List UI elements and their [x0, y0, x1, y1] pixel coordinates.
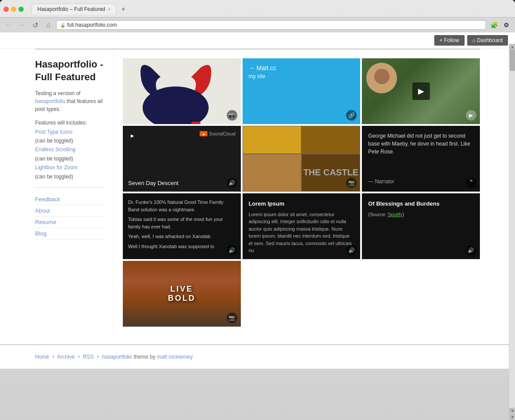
tab-title: Hasaportfolio – Full Featured: [37, 6, 105, 12]
minimize-button[interactable]: [11, 7, 16, 12]
image-type-icon: 📷: [227, 110, 237, 121]
scrollbar-down-button-1[interactable]: ▼: [509, 408, 515, 414]
footer-theme-by: theme by: [134, 354, 157, 360]
endless-scrolling-link[interactable]: Endless Scrolling: [35, 146, 75, 153]
sidebar-divider: [35, 187, 105, 188]
menu-button[interactable]: ⚙: [501, 20, 511, 30]
footer-rss-link[interactable]: RSS: [83, 354, 94, 360]
extensions-button[interactable]: 🧩: [489, 20, 499, 30]
lorem-text: Lorem ipsum dolor sit amet, consectetur …: [249, 211, 354, 254]
quote-text: George Michael did not just get to secon…: [368, 132, 474, 156]
live-bold-container: LIVEBOLD: [168, 285, 196, 303]
toolbar-right: 🧩 ⚙: [489, 20, 511, 30]
forward-button[interactable]: →: [17, 20, 27, 30]
collage-item-1: [243, 126, 301, 154]
live-bold-text: LIVEBOLD: [168, 285, 196, 303]
street-photo-bg: LIVEBOLD: [123, 261, 241, 327]
collage-container: THE CASTLE: [243, 126, 361, 192]
features-list: Features will includes: Post Type Icons …: [35, 118, 105, 181]
spotify-link[interactable]: Spotify: [388, 212, 403, 217]
post-text-tobias[interactable]: Dr. Funke's 100% Natural Good Time Famil…: [123, 193, 241, 259]
page-footer: Home • Archive • RSS • hasaportfolio the…: [0, 344, 515, 369]
about-link[interactable]: About: [35, 205, 105, 217]
post-photo-collage[interactable]: THE CASTLE 📷: [243, 126, 361, 192]
svg-rect-1: [156, 122, 165, 124]
security-icon: 🔒: [60, 23, 65, 28]
blog-link[interactable]: Blog: [35, 228, 105, 239]
footer-author-link[interactable]: matt mcinerney: [157, 354, 193, 360]
blessings-source: (Source: Spotify): [368, 211, 474, 218]
page-content: + Follow ⌂ Dashboard Hasaportfolio - Ful…: [0, 32, 515, 369]
url-text: full.hasaportfolio.com: [67, 22, 117, 28]
scrollbar[interactable]: ▲ ▼ ▼: [509, 44, 515, 420]
text-para-4: Well I thought Xanotab was supposed to: [128, 243, 236, 250]
lightbox-zoom-sub: (can be toggled): [35, 174, 73, 180]
home-button[interactable]: ⌂: [43, 20, 54, 30]
post-link-mattcc[interactable]: → Matt.cc my site 🔗: [243, 58, 361, 124]
audio-title: Seven Day Descent: [128, 180, 236, 186]
post-audio-soundcloud[interactable]: ▶ ☁ SoundCloud Seven Day Descent 🔊: [123, 126, 241, 192]
back-button[interactable]: ←: [4, 20, 14, 30]
text-type-icon: 🔊: [227, 245, 237, 256]
soundcloud-label: SoundCloud: [209, 131, 236, 136]
post-street-photo[interactable]: LIVEBOLD 📷: [123, 261, 241, 327]
bull-logo-svg: [123, 58, 241, 124]
link-url-text: Matt.cc: [257, 64, 276, 71]
site-description: Testing a version of hasaportfolio that …: [35, 89, 105, 113]
browser-toolbar: ← → ↺ ⌂ 🔒 full.hasaportfolio.com 🧩 ⚙: [0, 17, 515, 32]
post-lorem-ipsum[interactable]: Lorem Ipsum Lorem ipsum dolor sit amet, …: [243, 193, 361, 259]
tab-close-button[interactable]: ×: [108, 7, 111, 12]
main-layout: Hasaportfolio - Full Featured Testing a …: [0, 50, 515, 335]
street-photo-type-icon: 📷: [227, 313, 237, 323]
post-grid: 📷 → Matt.cc my site 🔗 ▶ ▶: [123, 58, 480, 327]
feedback-link[interactable]: Feedback: [35, 194, 105, 205]
post-quote[interactable]: George Michael did not just get to secon…: [362, 126, 480, 192]
footer-dot-3: •: [97, 354, 99, 360]
link-arrow-icon: → Matt.cc: [249, 64, 354, 71]
lightbox-zoom-link[interactable]: Lightbox for Zoom: [35, 164, 78, 171]
video-play-icon: ▶: [466, 110, 476, 121]
soundcloud-icon: ☁: [200, 131, 207, 136]
traffic-lights: [4, 7, 24, 12]
action-bar: + Follow ⌂ Dashboard: [0, 32, 515, 49]
maximize-button[interactable]: [18, 7, 24, 12]
follow-button[interactable]: + Follow: [434, 35, 465, 46]
scrollbar-down-button-2[interactable]: ▼: [509, 414, 515, 420]
resume-link[interactable]: Resume: [35, 217, 105, 228]
blessings-title: Of Blessings and Burdens: [368, 199, 474, 208]
scrollbar-up-button[interactable]: ▲: [509, 44, 515, 50]
browser-tab[interactable]: Hasaportfolio – Full Featured ×: [32, 4, 116, 14]
quote-type-icon: ": [466, 178, 476, 188]
text-para-1: Dr. Funke's 100% Natural Good Time Famil…: [128, 199, 236, 213]
post-video[interactable]: ▶ ▶: [362, 58, 480, 124]
spotify-type-icon: 🔊: [466, 245, 476, 256]
dashboard-button[interactable]: ⌂ Dashboard: [467, 35, 508, 46]
close-button[interactable]: [4, 7, 9, 12]
lorem-type-icon: 🔊: [346, 245, 357, 256]
hasaportfolio-link[interactable]: hasaportfolio: [35, 98, 65, 104]
collage-item-3: [243, 154, 301, 192]
site-title: Hasaportfolio - Full Featured: [35, 58, 105, 83]
audio-type-icon: 🔊: [227, 178, 237, 188]
post-type-icons-sub: (can be toggled): [35, 138, 73, 144]
reload-button[interactable]: ↺: [30, 20, 40, 30]
content-grid: 📷 → Matt.cc my site 🔗 ▶ ▶: [114, 50, 480, 335]
footer-archive-link[interactable]: Archive: [57, 354, 75, 360]
url-bar[interactable]: 🔒 full.hasaportfolio.com: [56, 20, 486, 30]
footer-home-link[interactable]: Home: [35, 354, 49, 360]
audio-play-icon[interactable]: ▶: [128, 131, 137, 140]
sidebar: Hasaportfolio - Full Featured Testing a …: [35, 50, 114, 335]
footer-hasaportfolio-link[interactable]: hasaportfolio: [102, 354, 132, 360]
footer-dot-1: •: [52, 354, 54, 360]
post-type-icons-link[interactable]: Post Type Icons: [35, 129, 72, 135]
link-type-icon: 🔗: [346, 110, 357, 121]
collage-text: THE CASTLE: [303, 167, 358, 178]
post-blessings-burdens[interactable]: Of Blessings and Burdens (Source: Spotif…: [362, 193, 480, 259]
svg-rect-2: [191, 122, 200, 124]
video-play-button[interactable]: ▶: [412, 82, 430, 100]
post-image-bull[interactable]: 📷: [123, 58, 241, 124]
new-tab-button[interactable]: +: [118, 4, 129, 14]
tab-bar: Hasaportfolio – Full Featured × +: [28, 4, 132, 14]
text-para-3: Yeah, well, I was whacked on Xanotab.: [128, 233, 236, 240]
soundcloud-logo: ☁ SoundCloud: [200, 131, 236, 136]
